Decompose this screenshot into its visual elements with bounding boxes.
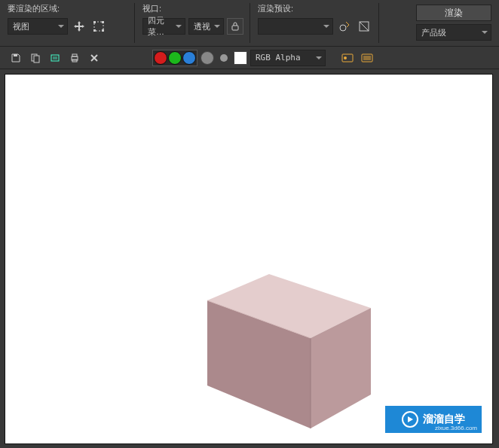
preset-dropdown[interactable] xyxy=(258,18,333,35)
chevron-down-icon xyxy=(214,25,220,28)
chevron-down-icon xyxy=(316,56,322,59)
render-area-dropdown[interactable]: 视图 xyxy=(8,18,68,35)
swatch-green[interactable] xyxy=(168,51,182,65)
watermark: 溜溜自学 zixue.3d66.com xyxy=(385,406,482,433)
copy-icon[interactable] xyxy=(27,50,44,66)
chevron-down-icon xyxy=(482,31,488,34)
quality-dropdown[interactable]: 产品级 xyxy=(416,24,491,41)
swatch-gray[interactable] xyxy=(201,51,214,65)
chevron-down-icon xyxy=(58,25,64,28)
svg-rect-3 xyxy=(93,29,96,32)
swatch-alpha-dot[interactable] xyxy=(220,54,228,62)
toolbar-secondary: RGB Alpha xyxy=(0,47,499,69)
play-icon xyxy=(402,411,418,428)
toggle-overlay-icon[interactable] xyxy=(339,50,356,66)
render-area-value: 视图 xyxy=(13,21,29,32)
svg-rect-14 xyxy=(72,54,77,56)
svg-point-17 xyxy=(344,56,347,59)
render-button[interactable]: 渲染 xyxy=(416,5,491,21)
svg-rect-10 xyxy=(34,56,39,62)
channel-dropdown[interactable]: RGB Alpha xyxy=(250,50,326,66)
svg-rect-12 xyxy=(53,56,57,59)
render-viewport: 溜溜自学 zixue.3d66.com xyxy=(5,74,493,444)
svg-rect-4 xyxy=(102,29,104,32)
channel-value: RGB Alpha xyxy=(256,53,301,62)
swatch-red[interactable] xyxy=(154,51,167,65)
preset-settings-icon[interactable] xyxy=(356,18,372,35)
print-icon[interactable] xyxy=(66,50,83,66)
close-icon[interactable] xyxy=(86,50,103,66)
swatch-white[interactable] xyxy=(234,51,247,65)
viewport-dropdown-1[interactable]: 四元菜… xyxy=(142,18,185,35)
rendered-box xyxy=(201,267,390,444)
frame-buffer-icon[interactable] xyxy=(359,50,375,66)
svg-rect-2 xyxy=(102,21,104,23)
chevron-down-icon xyxy=(323,25,329,28)
svg-point-6 xyxy=(340,25,346,31)
chevron-down-icon xyxy=(176,25,182,28)
svg-rect-5 xyxy=(232,26,238,30)
pan-icon[interactable] xyxy=(71,18,87,35)
watermark-url: zixue.3d66.com xyxy=(435,425,477,431)
region-select-icon[interactable] xyxy=(90,18,107,35)
svg-rect-19 xyxy=(363,56,371,60)
lock-icon[interactable] xyxy=(227,18,243,35)
viewport-value-2: 透视 xyxy=(194,21,210,32)
render-area-label: 要渲染的区域: xyxy=(8,3,128,15)
svg-rect-1 xyxy=(93,21,96,23)
quality-value: 产品级 xyxy=(421,27,446,38)
clone-icon[interactable] xyxy=(47,50,63,66)
preset-load-icon[interactable] xyxy=(336,18,353,35)
save-icon[interactable] xyxy=(8,50,24,66)
viewport-label: 视口: xyxy=(142,3,243,15)
swatch-blue[interactable] xyxy=(182,51,196,65)
svg-rect-8 xyxy=(14,54,17,56)
preset-label: 渲染预设: xyxy=(258,3,372,15)
svg-marker-25 xyxy=(408,416,413,422)
viewport-dropdown-2[interactable]: 透视 xyxy=(188,18,224,35)
channel-swatches xyxy=(152,50,197,66)
